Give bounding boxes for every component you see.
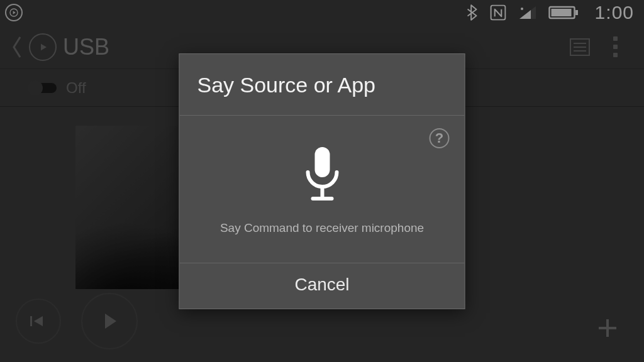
dialog-title: Say Source or App <box>180 54 465 116</box>
help-button[interactable]: ? <box>430 128 450 148</box>
svg-rect-19 <box>314 147 330 177</box>
dialog-hint: Say Command to receiver microphone <box>192 221 452 249</box>
voice-command-dialog: Say Source or App ? Say Command to recei… <box>179 53 465 309</box>
cancel-button[interactable]: Cancel <box>180 263 465 309</box>
microphone-icon <box>192 140 452 221</box>
